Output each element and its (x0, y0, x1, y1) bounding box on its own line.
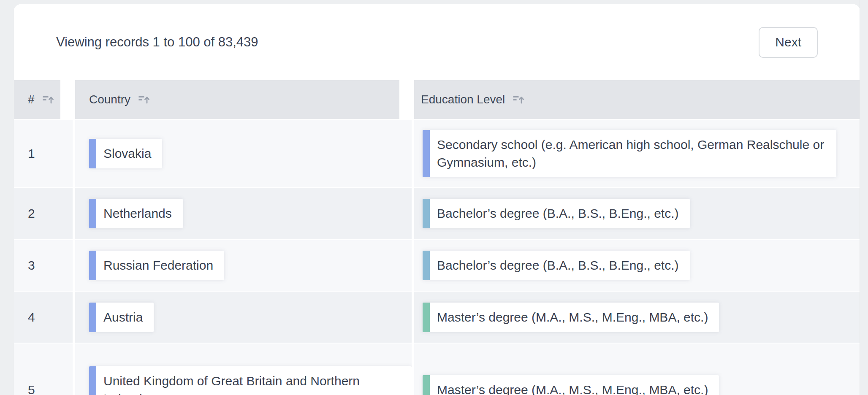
sort-ascending-icon[interactable] (513, 95, 524, 104)
data-table-card: Viewing records 1 to 100 of 83,439 Next … (14, 4, 860, 395)
table-row: 1SlovakiaSecondary school (e.g. American… (14, 120, 860, 188)
table-row: 3Russian FederationBachelor’s degree (B.… (14, 240, 860, 292)
country-chip-text: Austria (96, 303, 154, 332)
country-chip: Austria (89, 303, 154, 332)
table-toolbar: Viewing records 1 to 100 of 83,439 Next (14, 4, 860, 80)
next-page-button[interactable]: Next (759, 27, 818, 58)
education-chip: Bachelor’s degree (B.A., B.S., B.Eng., e… (423, 199, 690, 228)
row-index-cell: 5 (14, 344, 73, 395)
row-index: 5 (28, 383, 35, 395)
column-header-index[interactable]: # (14, 80, 60, 119)
row-index: 1 (28, 146, 35, 161)
education-cell: Master’s degree (M.A., M.S., M.Eng., MBA… (414, 344, 860, 395)
column-header-label: Country (89, 93, 130, 106)
country-chip-text: Netherlands (96, 199, 183, 228)
sort-ascending-icon[interactable] (138, 95, 149, 104)
table-body: 1SlovakiaSecondary school (e.g. American… (14, 120, 860, 395)
category-color-bar (423, 130, 430, 177)
row-index-cell: 2 (14, 188, 73, 239)
row-index: 3 (28, 258, 35, 273)
row-index: 4 (28, 310, 35, 325)
education-chip: Bachelor’s degree (B.A., B.S., B.Eng., e… (423, 251, 690, 280)
education-chip: Secondary school (e.g. American high sch… (423, 130, 836, 177)
education-cell: Master’s degree (M.A., M.S., M.Eng., MBA… (414, 292, 860, 343)
education-chip-text: Bachelor’s degree (B.A., B.S., B.Eng., e… (430, 199, 690, 228)
education-chip-text: Master’s degree (M.A., M.S., M.Eng., MBA… (430, 303, 719, 332)
sort-ascending-icon[interactable] (43, 95, 54, 104)
education-chip-text: Secondary school (e.g. American high sch… (430, 130, 836, 177)
education-chip-text: Master’s degree (M.A., M.S., M.Eng., MBA… (430, 375, 719, 395)
table-header-row: # Country Education Level (14, 80, 860, 120)
record-range-status: Viewing records 1 to 100 of 83,439 (56, 35, 258, 50)
column-header-country[interactable]: Country (75, 80, 399, 119)
scrollbar-gutter[interactable] (860, 0, 868, 395)
column-header-label: # (28, 93, 35, 106)
country-chip-text: United Kingdom of Great Britain and Nort… (96, 366, 412, 395)
row-index-cell: 3 (14, 240, 73, 291)
education-chip-text: Bachelor’s degree (B.A., B.S., B.Eng., e… (430, 251, 690, 280)
education-chip: Master’s degree (M.A., M.S., M.Eng., MBA… (423, 303, 719, 332)
country-chip: United Kingdom of Great Britain and Nort… (89, 366, 412, 395)
category-color-bar (423, 303, 430, 332)
category-color-bar (423, 251, 430, 280)
category-color-bar (89, 199, 96, 228)
row-index-cell: 1 (14, 120, 73, 187)
education-cell: Bachelor’s degree (B.A., B.S., B.Eng., e… (414, 240, 860, 291)
country-cell: Russian Federation (75, 240, 412, 291)
row-index-cell: 4 (14, 292, 73, 343)
country-chip: Russian Federation (89, 251, 224, 280)
country-cell: Netherlands (75, 188, 412, 239)
column-header-education-level[interactable]: Education Level (414, 80, 860, 119)
country-cell: United Kingdom of Great Britain and Nort… (75, 344, 412, 395)
country-chip: Netherlands (89, 199, 183, 228)
table-row: 2NetherlandsBachelor’s degree (B.A., B.S… (14, 188, 860, 240)
column-header-label: Education Level (421, 93, 505, 106)
country-chip-text: Slovakia (96, 139, 162, 168)
category-color-bar (423, 375, 430, 395)
category-color-bar (89, 139, 96, 168)
table-row: 4AustriaMaster’s degree (M.A., M.S., M.E… (14, 292, 860, 344)
education-chip: Master’s degree (M.A., M.S., M.Eng., MBA… (423, 375, 719, 395)
country-cell: Slovakia (75, 120, 412, 187)
category-color-bar (89, 251, 96, 280)
table-row: 5United Kingdom of Great Britain and Nor… (14, 344, 860, 395)
country-cell: Austria (75, 292, 412, 343)
country-chip: Slovakia (89, 139, 162, 168)
row-index: 2 (28, 206, 35, 221)
category-color-bar (423, 199, 430, 228)
category-color-bar (89, 303, 96, 332)
country-chip-text: Russian Federation (96, 251, 224, 280)
education-cell: Bachelor’s degree (B.A., B.S., B.Eng., e… (414, 188, 860, 239)
education-cell: Secondary school (e.g. American high sch… (414, 120, 860, 187)
page-background: Viewing records 1 to 100 of 83,439 Next … (0, 0, 868, 395)
category-color-bar (89, 366, 96, 395)
